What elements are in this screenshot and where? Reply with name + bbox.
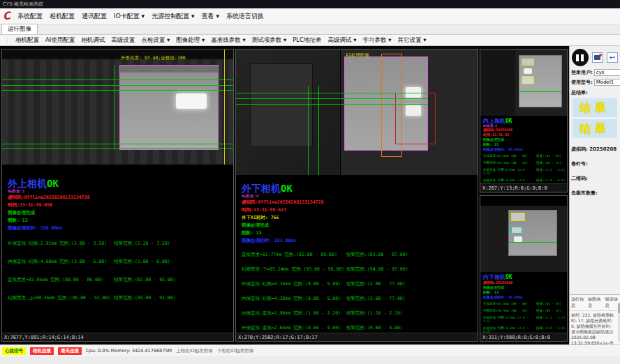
tool-image-process[interactable]: 图像处理 ▾ [176, 36, 205, 45]
trigger-bottom-status: 下相机IO触发图像 [217, 348, 254, 354]
measurement-text: 外侧直线-直线=2.65mm 范围:(0.60 - 4.00) [242, 325, 346, 331]
measure-line [2, 148, 233, 149]
measurement-row: 内侧直线-铝圈:4.60mm 范围:(3.00 - 6.00)报警范围:(3.0… [8, 259, 233, 265]
heartbeat-badge: 心跳信号 [2, 347, 26, 355]
tool-ai-config[interactable]: AI使用配置 [45, 36, 75, 45]
alarm-range-text: 报警范围:(2.00 - 77.00) [346, 281, 406, 287]
app-window: CYS-视觉检测系统 C 系统配置 相机配置 通讯配置 IO卡配置 ▾ 光源控制… [0, 0, 620, 364]
menu-io-config[interactable]: IO卡配置 ▾ [114, 12, 145, 21]
roi-box-yellow [522, 76, 534, 84]
frame-count-line: 图数: 13 [483, 290, 567, 295]
measure-line-vertical [318, 86, 319, 175]
process-done-line: 图像处理完成 [483, 285, 567, 290]
alarm-range-text: 报警范围:(1.10 - 2.10) [346, 310, 403, 317]
tool-spot-check[interactable]: 点检设置 ▾ [141, 36, 170, 45]
measurement-row: 外侧直线-铝圈:2.9mm (2.0 - 3.5)报警:(2.2 - 3.2) [483, 168, 567, 175]
elapsed-line: 图像处理耗时: 183.00ms [242, 237, 478, 245]
tool-other-settings[interactable]: 其它设置 ▾ [397, 36, 426, 45]
barcode-line: 虚拟码:Offline20250208133134728 [242, 199, 478, 206]
measurement-text: 铝圈宽度-上=90.56mm 范围:(88.00 - 92.00) [8, 295, 114, 301]
overlay-text-outer-bottom: 外下相机OK NG数量:0 虚拟码:Offline202502081331347… [236, 175, 478, 331]
info-tabs: 运行信息 缺陷信息 错误信息 [570, 295, 620, 311]
menu-light-config[interactable]: 光源控制配置 ▾ [152, 12, 194, 21]
info-tab-defect[interactable]: 缺陷信息 [588, 296, 602, 309]
tool-advanced-settings[interactable]: 高级设置 [111, 36, 135, 45]
camera-view-outer-top[interactable]: 外形高度: 93.40;合格值:100 [2, 50, 233, 165]
menu-language-switch[interactable]: 系统语言切换 [226, 12, 264, 21]
measurement-text: 铝圈宽度=90.5mm (88 - 92) [483, 161, 536, 165]
measurement-text: 外侧直线-铝圈:2.91mm 范围:(2.00 - 3.50) [8, 241, 114, 247]
reference-line-yellow [224, 50, 225, 165]
cpu-memory-readout: Cpu: 0.0% Memory: 3424.41796875M [86, 348, 172, 354]
return-arrow-icon: ↩ [610, 54, 615, 61]
measure-line [519, 91, 562, 92]
measurement-row: 铝圈宽度=90.5mm (88 - 92)报警:(89 - 91) [483, 161, 567, 165]
alarm-range-text: 报警:(2.2 - 3.2) [536, 168, 566, 175]
elapsed-line: 图像处理耗时: 258.00ms [8, 225, 233, 232]
camera-panel-inner-bottom: 内下相机OK 虚拟码:20250208 图像处理完成 图数: 13 图像处理耗时… [480, 195, 568, 342]
measurement-row: 外侧直线-铝圈=4.38mm 范围:(0.00 - 9.00)报警范围:(2.0… [242, 281, 478, 287]
measure-line-vertical [114, 65, 115, 150]
time-line: 时间:13-31-59 [483, 132, 567, 137]
measurement-row: 直线宽度=83.05mm 范围:(80.00 - 86.00)报警范围:(81.… [8, 277, 233, 283]
menu-camera-config[interactable]: 相机配置 [50, 12, 75, 21]
tab-highlight [524, 68, 532, 74]
tool-plc-address[interactable]: PLC地址表 [293, 36, 321, 45]
ng-count-line: NG数量:0 [242, 194, 478, 199]
menu-view[interactable]: 查看 ▾ [202, 12, 219, 21]
tool-advanced-debug[interactable]: 高级调试 ▾ [328, 36, 357, 45]
comm-connect-badge: 通讯连接 [58, 347, 82, 355]
qr-label: 二维码: [570, 173, 620, 182]
tool-camera-debug[interactable]: 相机调试 [81, 36, 105, 45]
measurement-row: 直线宽度=83.0mm (80 - 86)报警:(81 - 85) [483, 302, 567, 305]
part-top-edge [120, 66, 218, 73]
tab-run-image[interactable]: 运行图像 [1, 24, 38, 34]
model-row: 使用型号: [570, 77, 620, 87]
status-bar: 心跳信号 相机连接 通讯连接 Cpu: 0.0% Memory: 3424.41… [0, 344, 620, 356]
alarm-range-text: 报警范围:(2.00 - 77.00) [346, 296, 406, 302]
alarm-range-text: 报警:(81 - 85) [536, 302, 561, 305]
measurement-row: 直线宽度=83.0mm (80 - 86)报警:(81 - 85) [483, 154, 567, 158]
alarm-range-text: 报警范围:(94.00 - 97.00) [346, 266, 408, 273]
alarm-range-text: 报警范围:(3.00 - 6.00) [114, 259, 170, 265]
time-line: 时间:13-31-59-627 [242, 206, 478, 214]
info-tab-error[interactable]: 错误信息 [605, 296, 619, 309]
camera-view-outer-bottom[interactable]: AI处理图像 [236, 50, 478, 175]
barcode-line: 虚拟码:20250208 [483, 280, 567, 285]
tool-baseline-params[interactable]: 基准线参数 ▾ [211, 36, 245, 45]
measurement-text: 铝圈宽度-下=95.24mm 范围:(93.00 - 98.00) [242, 266, 346, 273]
toolbar-grip-icon: ⋮ [4, 37, 9, 43]
overlay-text-inner-bottom: 内下相机OK 虚拟码:20250208 图像处理完成 图数: 13 图像处理耗时… [480, 272, 567, 333]
measurement-row: 直线宽度=83.77mm 范围:(82.00 - 88.00)报警范围:(83.… [242, 252, 478, 258]
tab-strip: 运行图像 [0, 25, 620, 35]
elapsed-line: 图像处理耗时: 45.00ms [483, 295, 567, 300]
return-button[interactable]: ↩ [607, 52, 618, 63]
alarm-range-text: 报警:(81 - 85) [536, 154, 561, 158]
title-bar: CYS-视觉检测系统 [0, 0, 620, 8]
right-sidebar: ↩ 登录用户: 使用型号: 总结果: 结果 结果 虚拟码: 20250208 卷… [569, 46, 620, 344]
menu-bar: C 系统配置 相机配置 通讯配置 IO卡配置 ▾ 光源控制配置 ▾ 查看 ▾ 系… [0, 8, 620, 25]
alarm-range-text: 报警范围:(89.00 - 91.00) [114, 295, 176, 301]
measurement-row: 外侧直线-铝圈:2.9mm (2.0 - 3.5)报警:(2.2 - 3.2) [483, 316, 567, 323]
tool-test-params[interactable]: 测试项参数 ▾ [252, 36, 286, 45]
measurement-row: 内侧直线-直线=1.90mm 范围:(1.00 - 2.20)报警范围:(1.1… [242, 310, 478, 317]
tool-camera-config[interactable]: 相机配置 [15, 36, 39, 45]
login-user-input[interactable] [594, 69, 620, 76]
camera-title: 内下相机 [483, 274, 505, 280]
tab-highlight [406, 105, 421, 116]
alarm-range-text: 报警:(89 - 91) [536, 161, 561, 165]
measurement-text: 外侧直线-铝圈:2.9mm (2.0 - 3.5) [483, 168, 536, 175]
camera-view-inner-top[interactable] [480, 50, 567, 116]
menu-comm-config[interactable]: 通讯配置 [82, 12, 107, 21]
tool-learn-params[interactable]: 学习参数 ▾ [362, 36, 391, 45]
menu-system-config[interactable]: 系统配置 [17, 12, 43, 21]
info-tab-run[interactable]: 运行信息 [571, 296, 585, 309]
result-box-2: 结果 [573, 119, 617, 138]
model-input[interactable] [594, 79, 620, 86]
process-done-line: 图像处理完成 [8, 209, 233, 217]
measure-line-vertical [308, 86, 309, 175]
camera-view-inner-bottom[interactable] [480, 206, 567, 272]
pause-button[interactable] [572, 49, 589, 66]
snapshot-button[interactable] [592, 52, 603, 63]
measure-line [2, 90, 233, 91]
